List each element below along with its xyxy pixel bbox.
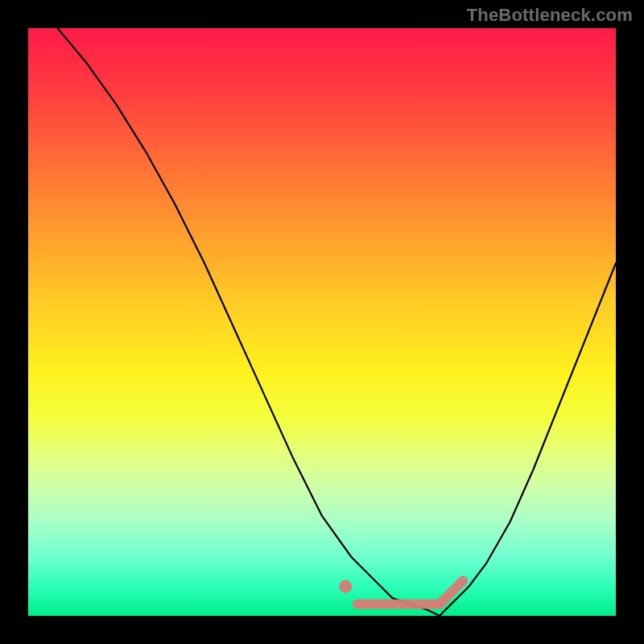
chart-svg bbox=[28, 28, 616, 616]
highlight-left-dot bbox=[339, 580, 352, 593]
attribution-text: TheBottleneck.com bbox=[467, 5, 633, 26]
chart-plot-area bbox=[28, 28, 616, 616]
curve-right bbox=[440, 263, 616, 616]
highlight-rise-segment bbox=[440, 580, 463, 604]
curve-left bbox=[58, 28, 440, 616]
